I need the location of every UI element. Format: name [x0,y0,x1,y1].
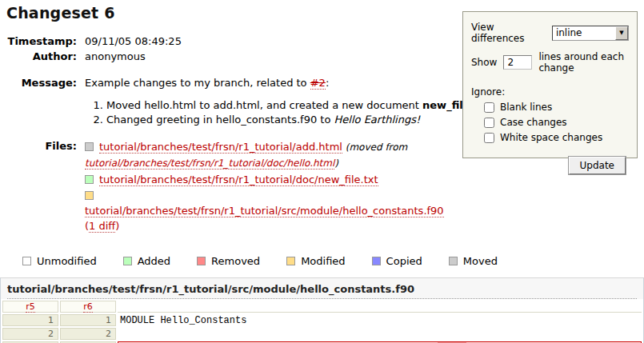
diff-file-link[interactable]: tutorial/branches/test/frsn/r1_tutorial/… [7,283,637,299]
old-lineno: 2 [2,328,58,340]
author-label: Author: [6,50,85,64]
context-lines-input[interactable] [503,55,532,70]
blank-lines-checkbox[interactable] [484,102,494,113]
view-differences-select[interactable]: inline ▼ [552,26,629,41]
timestamp-label: Timestamp: [6,34,85,49]
file-link-hello-constants[interactable]: tutorial/branches/test/frsn/r1_tutorial/… [85,205,444,217]
message-value: Example changes to my branch, related to… [85,76,490,127]
unmodified-swatch [22,257,31,265]
added-status-icon [85,175,94,184]
file-item-added: tutorial/branches/test/frsn/r1_tutorial/… [85,172,446,187]
timestamp-value: 09/11/05 08:49:25 [85,34,182,49]
white-space-row: White space changes [484,132,629,143]
old-revision-header: r5 [2,301,58,313]
dropdown-arrow-icon[interactable]: ▼ [615,26,628,40]
file-item-moved: tutorial/branches/test/frsn/r1_tutorial/… [85,139,446,171]
legend-modified: Modified [286,255,345,267]
moved-swatch [449,257,458,265]
code-line [118,328,642,340]
files-list: tutorial/branches/test/frsn/r1_tutorial/… [85,139,446,234]
selected-option: inline [553,26,615,40]
modified-swatch [286,257,295,265]
code-line: MODULE Hello_Constants [118,314,642,326]
legend-moved: Moved [449,255,498,267]
diff-row-unmod: 1 1 MODULE Hello_Constants [2,314,642,326]
old-lineno: 1 [2,314,58,326]
ignore-label: Ignore: [471,86,629,98]
new-lineno: 2 [60,328,116,340]
show-suffix-label: lines around each change [538,51,629,74]
legend-added: Added [123,255,170,267]
update-button[interactable]: Update [569,157,626,174]
blank-lines-label: Blank lines [500,102,552,113]
copied-swatch [372,257,381,265]
view-differences-label: View differences [471,22,547,44]
diff-table: r5 r6 1 1 MODULE Hello_Constants 2 2 3 C… [1,299,643,343]
new-revision-header: r6 [60,301,116,313]
ticket-link[interactable]: #2 [310,77,326,90]
diff-legend: Unmodified Added Removed Modified Copied… [22,255,638,267]
view-differences-row: View differences inline ▼ [471,22,629,44]
case-changes-checkbox[interactable] [484,118,494,128]
file-link-new-file-txt[interactable]: tutorial/branches/test/frsn/r1_tutorial/… [99,173,378,186]
moved-from-link[interactable]: tutorial/branches/test/frsn/r1_tutorial/… [85,158,334,170]
message-list-item: Changed greeting in hello_constants.f90 … [106,113,490,127]
old-revision-link[interactable]: r5 [26,301,35,313]
new-greeting: Hello Earthlings! [334,114,421,126]
code-column-header [118,301,642,313]
new-revision-link[interactable]: r6 [83,301,93,313]
diff-file-header: tutorial/branches/test/frsn/r1_tutorial/… [1,278,643,299]
message-list-item: Moved hello.html to add.html, and create… [106,98,490,113]
context-lines-row: Show lines around each change [471,51,629,74]
message-intro: Example changes to my branch, related to [85,77,310,89]
message-list: Moved hello.html to add.html, and create… [106,98,490,127]
legend-unmodified: Unmodified [22,255,97,267]
diff-panel: tutorial/branches/test/frsn/r1_tutorial/… [0,277,644,343]
legend-removed: Removed [197,255,260,267]
diff-row-unmod: 2 2 [2,328,642,340]
update-row: Update [471,157,629,174]
diff-options-panel: View differences inline ▼ Show lines aro… [462,11,638,158]
files-label: Files: [6,139,85,154]
moved-status-icon [85,142,94,151]
moved-note: (moved from [342,142,407,153]
removed-swatch [197,257,206,265]
message-colon: : [326,77,329,89]
modified-status-icon [85,191,94,200]
message-label: Message: [6,76,85,90]
white-space-checkbox[interactable] [484,133,494,143]
file-link-add-html[interactable]: tutorial/branches/test/frsn/r1_tutorial/… [99,141,342,154]
diff-header-row: r5 r6 [2,301,642,313]
show-label: Show [471,57,497,68]
added-swatch [123,257,132,265]
case-changes-label: Case changes [500,117,567,128]
legend-copied: Copied [372,255,422,267]
new-lineno: 1 [60,314,116,326]
case-changes-row: Case changes [484,117,629,128]
author-value: anonymous [85,50,146,64]
diff-count-link[interactable]: 1 diff [89,220,115,233]
blank-lines-row: Blank lines [484,102,629,113]
file-item-modified: tutorial/branches/test/frsn/r1_tutorial/… [85,188,446,233]
white-space-label: White space changes [500,132,602,143]
